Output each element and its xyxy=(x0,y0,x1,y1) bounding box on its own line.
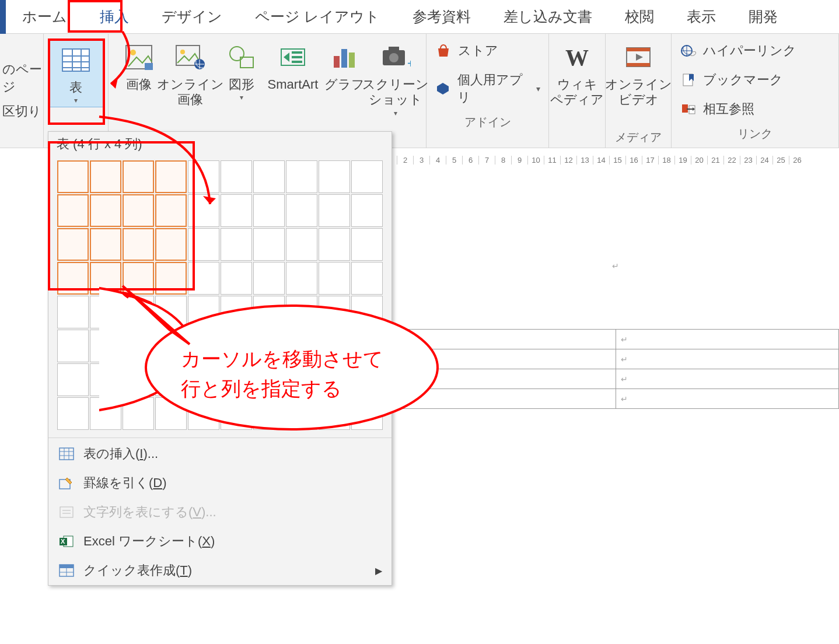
screenshot-icon: + xyxy=(378,41,413,74)
grid-cell[interactable] xyxy=(188,160,219,193)
ruler-tick: 12 xyxy=(560,156,576,164)
tab-view[interactable]: 表示 xyxy=(670,7,732,26)
grid-cell[interactable] xyxy=(221,160,252,193)
menu-insert-table[interactable]: 表の挿入(I)... xyxy=(48,439,391,468)
grid-cell[interactable] xyxy=(319,228,350,261)
grid-cell[interactable] xyxy=(57,262,89,295)
preview-cell[interactable]: ↵ xyxy=(616,369,839,389)
grid-cell[interactable] xyxy=(90,160,121,193)
ruler-tick: 26 xyxy=(789,156,805,164)
grid-cell[interactable] xyxy=(253,228,285,261)
grid-cell[interactable] xyxy=(319,160,350,193)
svg-rect-44 xyxy=(60,565,74,568)
grid-cell[interactable] xyxy=(286,160,317,193)
tab-insert[interactable]: 挿入 xyxy=(83,7,145,26)
svg-rect-18 xyxy=(389,47,399,51)
tab-developer[interactable]: 開発 xyxy=(732,7,794,26)
chart-icon xyxy=(327,41,362,74)
table-icon xyxy=(58,44,93,76)
group-label-links: リンク xyxy=(672,126,838,144)
ruler-tick: 5 xyxy=(446,156,462,164)
menu-excel-sheet-label: Excel ワークシート(X) xyxy=(83,533,215,550)
grid-cell[interactable] xyxy=(90,228,121,261)
file-tab-stub[interactable] xyxy=(0,0,6,34)
svg-marker-9 xyxy=(284,52,289,62)
grid-cell[interactable] xyxy=(123,160,154,193)
group-illustrations: 画像 オンライン 画像 図形 ▾ SmartArt xyxy=(109,34,427,148)
menu-draw-table-label: 罫線を引く(D) xyxy=(83,474,167,492)
grid-cell[interactable] xyxy=(57,160,89,193)
preview-cell[interactable]: ↵ xyxy=(616,389,839,409)
ruler-tick: 7 xyxy=(478,156,495,164)
grid-cell[interactable] xyxy=(123,194,154,227)
online-picture-icon xyxy=(173,41,208,74)
chevron-down-icon: ▾ xyxy=(240,93,243,102)
group-media: オンライン ビデオ メディア xyxy=(606,34,672,148)
grid-cell[interactable] xyxy=(57,363,89,396)
grid-cell[interactable] xyxy=(319,194,350,227)
crossref-button[interactable]: 相互参照 xyxy=(680,100,830,118)
menu-excel-sheet[interactable]: X Excel ワークシート(X) xyxy=(48,527,391,556)
online-video-button-label: オンライン ビデオ xyxy=(605,77,672,108)
bookmark-button-label: ブックマーク xyxy=(703,71,783,89)
bookmark-icon xyxy=(680,72,697,88)
grid-cell[interactable] xyxy=(155,160,187,193)
grid-cell[interactable] xyxy=(57,330,89,362)
ruler-tick: 21 xyxy=(707,156,723,164)
grid-cell[interactable] xyxy=(57,397,89,430)
grid-cell[interactable] xyxy=(221,194,252,227)
horizontal-ruler[interactable]: 2345678910111213141516171819202122232425… xyxy=(392,148,839,164)
online-images-button[interactable]: オンライン 画像 xyxy=(165,38,216,108)
tab-layout[interactable]: ページ レイアウト xyxy=(239,7,396,26)
shapes-button[interactable]: 図形 ▾ xyxy=(216,38,267,102)
smartart-button[interactable]: SmartArt xyxy=(267,38,319,92)
chevron-down-icon: ▾ xyxy=(74,96,78,104)
grid-cell[interactable] xyxy=(188,228,219,261)
tab-home[interactable]: ホーム xyxy=(6,7,83,26)
grid-cell[interactable] xyxy=(351,194,383,227)
table-button[interactable]: 表 ▾ xyxy=(48,38,103,107)
ruler-tick: 9 xyxy=(511,156,527,164)
video-icon xyxy=(621,41,656,74)
ribbon-tabs: ホーム 挿入 デザイン ページ レイアウト 参考資料 差し込み文書 校閲 表示 … xyxy=(0,0,839,34)
grid-cell[interactable] xyxy=(57,228,89,261)
tab-design[interactable]: デザイン xyxy=(145,7,239,26)
grid-cell[interactable] xyxy=(123,228,154,261)
grid-cell[interactable] xyxy=(351,228,383,261)
ruler-tick: 4 xyxy=(429,156,446,164)
tab-mailings[interactable]: 差し込み文書 xyxy=(487,7,609,26)
tab-references[interactable]: 参考資料 xyxy=(396,7,487,26)
menu-quick-tables[interactable]: クイック表作成(T) ▶ xyxy=(48,556,391,585)
bookmark-button[interactable]: ブックマーク xyxy=(680,71,830,89)
screenshot-button[interactable]: + スクリーン ショット ▾ xyxy=(370,38,421,117)
annotation-callout-text: カーソルを移動させて 行と列を指定する xyxy=(181,344,383,404)
grid-cell[interactable] xyxy=(286,228,317,261)
grid-cell[interactable] xyxy=(188,194,219,227)
grid-cell[interactable] xyxy=(155,194,187,227)
svg-rect-2 xyxy=(145,63,153,70)
shapes-icon xyxy=(224,41,259,74)
ruler-tick: 13 xyxy=(576,156,593,164)
grid-cell[interactable] xyxy=(286,194,317,227)
grid-cell[interactable] xyxy=(221,228,252,261)
store-button[interactable]: ストア xyxy=(435,42,540,60)
hyperlink-button[interactable]: ハイパーリンク xyxy=(680,42,830,60)
grid-cell[interactable] xyxy=(253,194,285,227)
grid-cell[interactable] xyxy=(253,160,285,193)
online-video-button[interactable]: オンライン ビデオ xyxy=(610,38,666,108)
page[interactable]: ↵ ↵↵↵↵↵↵↵↵ xyxy=(392,168,839,518)
menu-draw-table[interactable]: 罫線を引く(D) xyxy=(48,468,391,498)
preview-table: ↵↵↵↵↵↵↵↵ xyxy=(392,329,839,409)
ruler-tick: 8 xyxy=(495,156,511,164)
preview-cell[interactable]: ↵ xyxy=(616,349,839,369)
grid-cell[interactable] xyxy=(57,194,89,227)
preview-cell[interactable]: ↵ xyxy=(616,330,839,349)
wikipedia-button[interactable]: W ウィキ ペディア xyxy=(554,38,600,108)
grid-cell[interactable] xyxy=(57,296,89,328)
grid-cell[interactable] xyxy=(351,160,383,193)
grid-cell[interactable] xyxy=(155,228,187,261)
myapps-button[interactable]: 個人用アプリ ▾ xyxy=(435,71,540,106)
ruler-tick: 17 xyxy=(642,156,658,164)
grid-cell[interactable] xyxy=(90,194,121,227)
tab-review[interactable]: 校閲 xyxy=(609,7,670,26)
